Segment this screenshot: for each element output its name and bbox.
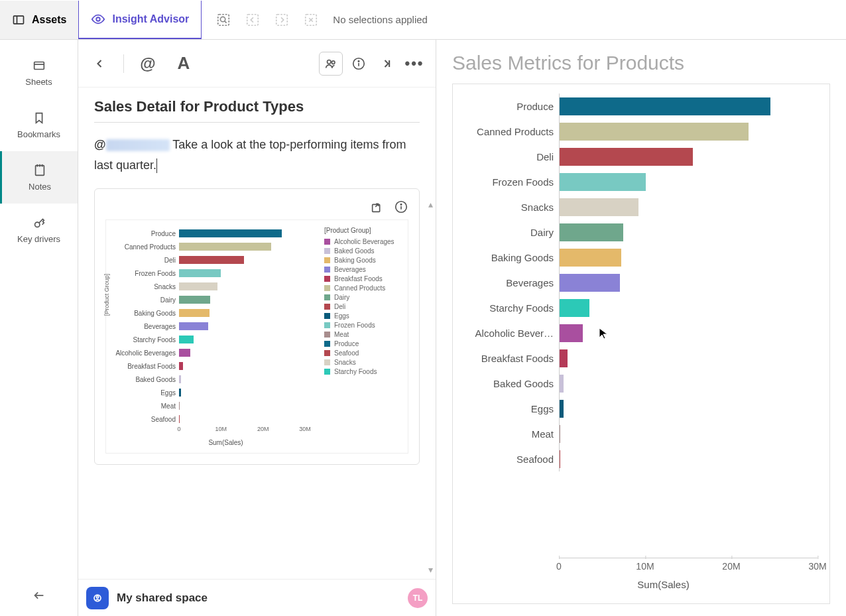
text-format-button[interactable]: A [172, 52, 196, 76]
chart-row[interactable]: Eggs [459, 396, 817, 421]
scroll-down-indicator: ▾ [428, 564, 433, 575]
svg-point-17 [34, 222, 39, 227]
sidebar-item-notes[interactable]: Notes [0, 151, 78, 204]
info-button[interactable] [347, 52, 371, 76]
chart-row[interactable]: Beverages [459, 270, 817, 295]
legend-item: Produce [324, 340, 401, 347]
svg-point-19 [328, 60, 332, 64]
chart-category-label: Baked Goods [459, 378, 559, 389]
space-icon[interactable] [86, 587, 109, 609]
chart-row[interactable]: Alcoholic Bever… [459, 320, 817, 345]
clear-selections-icon [304, 13, 318, 27]
notes-icon [32, 163, 47, 178]
small-bar [179, 269, 221, 277]
chart-category-label: Frozen Foods [459, 176, 559, 188]
small-bar [179, 349, 190, 357]
back-button[interactable] [88, 52, 111, 76]
svg-point-2 [97, 17, 101, 21]
chart-bar [560, 249, 621, 267]
chart-row[interactable]: Baked Goods [459, 371, 817, 396]
svg-point-23 [358, 60, 359, 61]
chart-bar [560, 173, 646, 191]
space-glyph-icon [91, 591, 104, 605]
users-icon [324, 56, 338, 71]
chart-bar [560, 274, 620, 292]
svg-point-30 [96, 595, 98, 597]
svg-rect-0 [14, 16, 24, 24]
mouse-cursor-icon [598, 327, 609, 342]
chart-row[interactable]: Snacks [459, 194, 817, 219]
chevron-left-icon [93, 57, 106, 70]
assets-button[interactable]: Assets [0, 1, 79, 39]
chart-bar [560, 400, 564, 418]
svg-rect-6 [247, 14, 259, 25]
svg-point-28 [400, 204, 401, 205]
chart-bar [560, 299, 589, 317]
chart-row[interactable]: Meat [459, 421, 817, 446]
mention-redacted [106, 139, 170, 151]
info-icon [351, 56, 366, 71]
bookmark-icon [32, 111, 46, 125]
main-chart[interactable]: ProduceCanned ProductsDeliFrozen FoodsSn… [452, 84, 830, 604]
chart-row[interactable]: Breakfast Foods [459, 345, 817, 371]
chart-row[interactable]: Dairy [459, 219, 817, 245]
small-bar [179, 322, 208, 330]
chart-bar [560, 425, 560, 443]
chart-bar [560, 97, 770, 115]
axis-tick: 10M [636, 561, 654, 572]
smart-search-icon[interactable] [216, 13, 231, 27]
legend-item: Snacks [324, 359, 401, 366]
svg-point-20 [332, 60, 335, 64]
chart-bar [560, 324, 583, 342]
more-button[interactable]: ••• [402, 52, 426, 76]
axis-tick: 30M [808, 561, 826, 572]
chart-category-label: Meat [459, 428, 559, 440]
chart-row[interactable]: Frozen Foods [459, 169, 817, 194]
chart-row[interactable]: Baking Goods [459, 245, 817, 270]
insight-advisor-button[interactable]: Insight Advisor [78, 1, 202, 39]
note-title[interactable]: Sales Detail for Product Types [94, 98, 420, 123]
snapshot-info-icon[interactable] [394, 200, 408, 214]
chart-row[interactable]: Seafood [459, 446, 817, 471]
small-bar [179, 389, 181, 397]
sidebar-label-bookmarks: Bookmarks [17, 129, 60, 139]
chart-category-label: Baking Goods [459, 252, 559, 263]
user-avatar[interactable]: TL [408, 588, 428, 608]
sidebar-item-keydrivers[interactable]: Key drivers [0, 204, 78, 256]
legend-title: [Product Group] [324, 227, 401, 234]
chart-row[interactable]: Canned Products [459, 119, 817, 144]
step-back-icon [245, 13, 260, 27]
chart-category-label: Eggs [459, 403, 559, 414]
small-bar [179, 243, 271, 251]
share-users-button[interactable] [319, 52, 343, 76]
sidebar-item-bookmarks[interactable]: Bookmarks [0, 99, 78, 151]
small-bar [179, 362, 183, 370]
small-bar [179, 375, 181, 383]
legend-item: Canned Products [324, 284, 401, 292]
legend-item: Dairy [324, 294, 401, 301]
sidebar-collapse-button[interactable] [0, 582, 78, 609]
small-bar [179, 229, 282, 237]
sheets-icon [32, 58, 46, 73]
legend-item: Deli [324, 303, 401, 310]
svg-rect-7 [276, 14, 288, 25]
chart-row[interactable]: Produce [459, 93, 817, 119]
chart-snapshot[interactable]: [Product Group] ProduceCanned ProductsDe… [94, 188, 420, 465]
expand-button[interactable] [375, 52, 398, 76]
small-bar [179, 336, 194, 343]
chart-category-label: Breakfast Foods [459, 353, 559, 364]
chart-category-label: Beverages [459, 277, 559, 288]
chart-row[interactable]: Deli [459, 144, 817, 169]
chart-row[interactable]: Starchy Foods [459, 295, 817, 320]
axis-tick: 0 [556, 561, 562, 572]
chart-category-label: Canned Products [459, 126, 559, 137]
space-name[interactable]: My shared space [117, 591, 208, 605]
sidebar-item-sheets[interactable]: Sheets [0, 46, 78, 99]
mention-button[interactable]: @ [136, 52, 160, 76]
svg-line-5 [225, 21, 227, 23]
share-icon[interactable] [370, 200, 385, 214]
note-body[interactable]: @ Take a look at the top-performing item… [94, 135, 420, 175]
legend-item: Baked Goods [324, 247, 401, 255]
small-chart-ylabel: [Product Group] [103, 273, 110, 316]
legend-item: Baking Goods [324, 257, 401, 264]
